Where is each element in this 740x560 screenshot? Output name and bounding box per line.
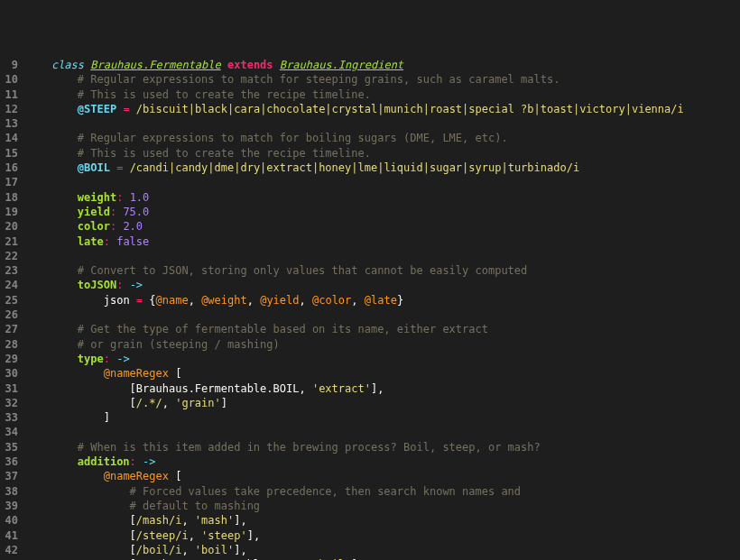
code-line[interactable]: 40 [/mash/i, 'mash'],	[0, 513, 740, 528]
line-number: 30	[0, 366, 25, 381]
line-number: 34	[0, 425, 25, 439]
code-content[interactable]: late: false	[25, 234, 740, 249]
token-comment: # This is used to create the recipe time…	[78, 147, 371, 160]
code-line[interactable]: 19 yield: 75.0	[0, 205, 740, 219]
code-line[interactable]: 9 class Brauhaus.Fermentable extends Bra…	[0, 58, 740, 72]
line-number: 17	[0, 175, 25, 189]
token-plain: Brauhaus.Fermentable.BOIL	[136, 382, 300, 395]
token-plain	[25, 338, 78, 351]
code-content[interactable]: # Regular expressions to match for boili…	[25, 131, 740, 145]
code-line[interactable]: 29 type: ->	[0, 352, 740, 366]
token-kw-extends: extends	[227, 59, 273, 71]
line-number: 20	[0, 219, 25, 234]
line-number: 37	[0, 469, 25, 483]
code-line[interactable]: 30 @nameRegex [	[0, 366, 740, 381]
code-line[interactable]: 13	[0, 116, 740, 131]
token-propname: toJSON	[78, 279, 116, 291]
code-content[interactable]: @STEEP = /biscuit|black|cara|chocolate|c…	[25, 102, 740, 116]
token-atvar: @name	[156, 294, 189, 307]
code-line[interactable]: 38 # Forced values take precedence, then…	[0, 484, 740, 499]
line-number: 31	[0, 381, 25, 396]
line-number: 42	[0, 543, 25, 557]
code-content[interactable]: # This is used to create the recipe time…	[25, 87, 740, 102]
code-content[interactable]: toJSON: ->	[25, 278, 740, 292]
token-plain	[25, 147, 78, 160]
code-line[interactable]: 33 ]	[0, 410, 740, 425]
code-content[interactable]: @nameRegex [	[25, 469, 740, 483]
line-number: 36	[0, 454, 25, 469]
code-line[interactable]: 31 [Brauhaus.Fermentable.BOIL, 'extract'…	[0, 381, 740, 396]
code-line[interactable]: 22	[0, 249, 740, 263]
token-comment: # Convert to JSON, storing only values t…	[78, 264, 528, 277]
code-content[interactable]: # When is this item added in the brewing…	[25, 440, 740, 454]
code-content[interactable]: [/steep/i, 'steep'],	[25, 528, 740, 543]
line-number: 40	[0, 513, 25, 528]
code-line[interactable]: 26	[0, 308, 740, 322]
token-colon: :	[104, 353, 110, 365]
token-plain	[221, 59, 227, 71]
code-line[interactable]: 21 late: false	[0, 234, 740, 249]
code-content[interactable]: [/.*/, 'grain']	[25, 396, 740, 410]
token-op-eq: =	[136, 294, 143, 307]
token-bracket: [	[175, 470, 181, 482]
token-comment: # This is used to create the recipe time…	[78, 88, 371, 101]
code-line[interactable]: 42 [/boil/i, 'boil'],	[0, 543, 740, 557]
code-line[interactable]: 35 # When is this item added in the brew…	[0, 440, 740, 454]
code-line[interactable]: 25 json = {@name, @weight, @yield, @colo…	[0, 293, 740, 308]
token-propname: yield	[78, 206, 110, 218]
code-line[interactable]: 32 [/.*/, 'grain']	[0, 396, 740, 410]
code-content[interactable]: # Get the type of fermentable based on i…	[25, 322, 740, 336]
code-content[interactable]: # This is used to create the recipe time…	[25, 146, 740, 161]
code-content[interactable]: # Convert to JSON, storing only values t…	[25, 263, 740, 278]
code-content[interactable]: [Brauhaus.Fermentable.BOIL, 'extract'],	[25, 381, 740, 396]
code-content[interactable]: # or grain (steeping / mashing)	[25, 337, 740, 352]
token-plain	[25, 382, 130, 395]
code-line[interactable]: 14 # Regular expressions to match for bo…	[0, 131, 740, 145]
code-content[interactable]: json = {@name, @weight, @yield, @color, …	[25, 293, 740, 308]
token-brace: {	[149, 294, 155, 307]
code-line[interactable]: 17	[0, 175, 740, 189]
code-content[interactable]: class Brauhaus.Fermentable extends Brauh…	[25, 58, 740, 72]
code-line[interactable]: 16 @BOIL = /candi|candy|dme|dry|extract|…	[0, 161, 740, 175]
code-content[interactable]: # default to mashing	[25, 499, 740, 513]
code-line[interactable]: 41 [/steep/i, 'steep'],	[0, 528, 740, 543]
token-number: 2.0	[123, 220, 143, 233]
code-content[interactable]: type: ->	[25, 352, 740, 366]
token-plain	[25, 514, 130, 527]
code-content[interactable]: [/mash/i, 'mash'],	[25, 513, 740, 528]
token-number: 75.0	[123, 206, 149, 218]
code-content[interactable]: color: 2.0	[25, 219, 740, 234]
token-plain	[136, 455, 143, 468]
code-content[interactable]: @nameRegex [	[25, 366, 740, 381]
code-line[interactable]: 18 weight: 1.0	[0, 190, 740, 205]
line-number: 11	[0, 87, 25, 102]
code-line[interactable]: 28 # or grain (steeping / mashing)	[0, 337, 740, 352]
code-content[interactable]: @BOIL = /candi|candy|dme|dry|extract|hon…	[25, 161, 740, 175]
code-content[interactable]: addition: ->	[25, 454, 740, 469]
code-content[interactable]: [/boil/i, 'boil'],	[25, 543, 740, 557]
code-line[interactable]: 23 # Convert to JSON, storing only value…	[0, 263, 740, 278]
token-kw-class: class	[51, 59, 84, 71]
code-line[interactable]: 34	[0, 425, 740, 439]
code-content[interactable]: weight: 1.0	[25, 190, 740, 205]
code-line[interactable]: 10 # Regular expressions to match for st…	[0, 72, 740, 87]
code-line[interactable]: 15 # This is used to create the recipe t…	[0, 146, 740, 161]
code-content[interactable]: # Forced values take precedence, then se…	[25, 484, 740, 499]
code-line[interactable]: 36 addition: ->	[0, 454, 740, 469]
code-line[interactable]: 27 # Get the type of fermentable based o…	[0, 322, 740, 336]
code-line[interactable]: 11 # This is used to create the recipe t…	[0, 87, 740, 102]
code-line[interactable]: 20 color: 2.0	[0, 219, 740, 234]
code-content[interactable]: yield: 75.0	[25, 205, 740, 219]
code-line[interactable]: 37 @nameRegex [	[0, 469, 740, 483]
line-number: 22	[0, 249, 25, 263]
code-editor[interactable]: 9 class Brauhaus.Fermentable extends Bra…	[0, 58, 740, 560]
code-line[interactable]: 24 toJSON: ->	[0, 278, 740, 292]
token-plain	[25, 88, 78, 101]
token-plain: ,	[181, 544, 194, 556]
code-content[interactable]: # Regular expressions to match for steep…	[25, 72, 740, 87]
token-plain	[25, 279, 78, 291]
code-line[interactable]: 12 @STEEP = /biscuit|black|cara|chocolat…	[0, 102, 740, 116]
code-line[interactable]: 39 # default to mashing	[0, 499, 740, 513]
line-number: 9	[0, 58, 25, 72]
code-content[interactable]: ]	[25, 410, 740, 425]
